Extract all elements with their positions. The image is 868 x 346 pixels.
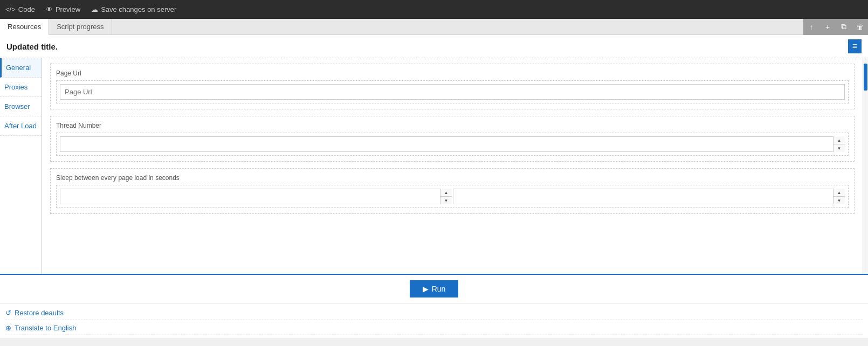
sleep-max-input[interactable]: 10 bbox=[453, 189, 845, 204]
thread-number-spinner: 30 ▲ ▼ bbox=[60, 136, 845, 152]
thread-number-input-wrapper: 30 ▲ ▼ bbox=[56, 133, 849, 156]
tab-script-progress[interactable]: Script progress bbox=[49, 19, 112, 34]
upload-button[interactable]: ↑ bbox=[803, 19, 819, 35]
thread-spinner-buttons: ▲ ▼ bbox=[833, 136, 845, 152]
run-label: Run bbox=[432, 285, 446, 293]
translate-icon: ⊕ bbox=[5, 324, 11, 332]
sidebar-item-after-load[interactable]: After Load bbox=[0, 116, 42, 136]
sleep-min-spinner: 5 ▲ ▼ bbox=[60, 189, 452, 204]
tab-actions: ↑ + ⧉ 🗑 bbox=[803, 19, 868, 34]
restore-icon: ↺ bbox=[5, 309, 11, 317]
main-content: Updated title. ≡ General Proxies Browser… bbox=[0, 35, 868, 303]
page-title: Updated title. bbox=[6, 42, 58, 51]
run-button[interactable]: ▶ Run bbox=[410, 280, 459, 297]
sleep-min-spinner-buttons: ▲ ▼ bbox=[440, 189, 452, 204]
page-url-input-wrapper bbox=[56, 80, 849, 103]
content-panel: Page Url Thread Number 30 ▲ ▼ bbox=[42, 58, 863, 274]
sidebar-item-proxies[interactable]: Proxies bbox=[0, 78, 42, 97]
thread-number-input[interactable]: 30 bbox=[60, 136, 845, 152]
bottom-bar: ↺ Restore deaults ⊕ Translate to English bbox=[0, 303, 868, 338]
scrollbar-thumb bbox=[864, 64, 867, 91]
preview-button[interactable]: 👁 Preview bbox=[46, 5, 80, 13]
page-url-label: Page Url bbox=[56, 70, 849, 77]
thread-number-label: Thread Number bbox=[56, 122, 849, 129]
sleep-max-increment-btn[interactable]: ▲ bbox=[833, 189, 845, 197]
sleep-max-spinner: 10 ▲ ▼ bbox=[453, 189, 845, 204]
save-button[interactable]: ☁ Save changes on server bbox=[91, 5, 176, 13]
code-label: Code bbox=[18, 5, 35, 13]
sleep-max-decrement-btn[interactable]: ▼ bbox=[833, 197, 845, 204]
sleep-dual-inputs: 5 ▲ ▼ 10 ▲ ▼ bbox=[60, 189, 845, 204]
sidebar-item-general[interactable]: General bbox=[0, 58, 42, 78]
tabs-row: Resources Script progress ↑ + ⧉ 🗑 bbox=[0, 19, 868, 35]
page-url-input[interactable] bbox=[60, 84, 845, 100]
sleep-min-increment-btn[interactable]: ▲ bbox=[440, 189, 452, 197]
sidebar: General Proxies Browser After Load bbox=[0, 58, 42, 274]
page-url-section: Page Url bbox=[50, 64, 855, 109]
delete-tab-button[interactable]: 🗑 bbox=[852, 19, 868, 35]
sleep-label: Sleep between every page load in seconds bbox=[56, 174, 849, 182]
top-toolbar: </> Code 👁 Preview ☁ Save changes on ser… bbox=[0, 0, 868, 19]
restore-defaults-button[interactable]: ↺ Restore deaults bbox=[5, 307, 863, 320]
add-tab-button[interactable]: + bbox=[819, 19, 836, 35]
layout: General Proxies Browser After Load Page … bbox=[0, 58, 868, 274]
thread-number-section: Thread Number 30 ▲ ▼ bbox=[50, 116, 855, 162]
run-icon: ▶ bbox=[423, 285, 429, 293]
tab-resources[interactable]: Resources bbox=[0, 19, 49, 35]
code-button[interactable]: </> Code bbox=[5, 5, 35, 13]
translate-button[interactable]: ⊕ Translate to English bbox=[5, 322, 863, 335]
sleep-min-decrement-btn[interactable]: ▼ bbox=[440, 197, 452, 204]
page-title-bar: Updated title. ≡ bbox=[0, 35, 868, 58]
eye-icon: 👁 bbox=[46, 5, 53, 13]
code-icon: </> bbox=[5, 5, 16, 13]
sleep-max-spinner-buttons: ▲ ▼ bbox=[833, 189, 845, 204]
restore-label: Restore deaults bbox=[15, 309, 64, 317]
sleep-min-input[interactable]: 5 bbox=[60, 189, 452, 204]
thread-decrement-btn[interactable]: ▼ bbox=[833, 144, 845, 152]
sleep-inputs-wrapper: 5 ▲ ▼ 10 ▲ ▼ bbox=[56, 185, 849, 208]
preview-label: Preview bbox=[56, 5, 80, 13]
thread-increment-btn[interactable]: ▲ bbox=[833, 136, 845, 144]
save-label: Save changes on server bbox=[101, 5, 176, 13]
copy-tab-button[interactable]: ⧉ bbox=[836, 19, 852, 35]
right-scrollbar[interactable] bbox=[863, 58, 868, 274]
translate-label: Translate to English bbox=[15, 324, 76, 332]
run-area: ▶ Run bbox=[0, 274, 868, 303]
menu-button[interactable]: ≡ bbox=[848, 39, 862, 53]
sleep-section: Sleep between every page load in seconds… bbox=[50, 168, 855, 214]
cloud-icon: ☁ bbox=[91, 5, 98, 13]
sidebar-item-browser[interactable]: Browser bbox=[0, 97, 42, 116]
